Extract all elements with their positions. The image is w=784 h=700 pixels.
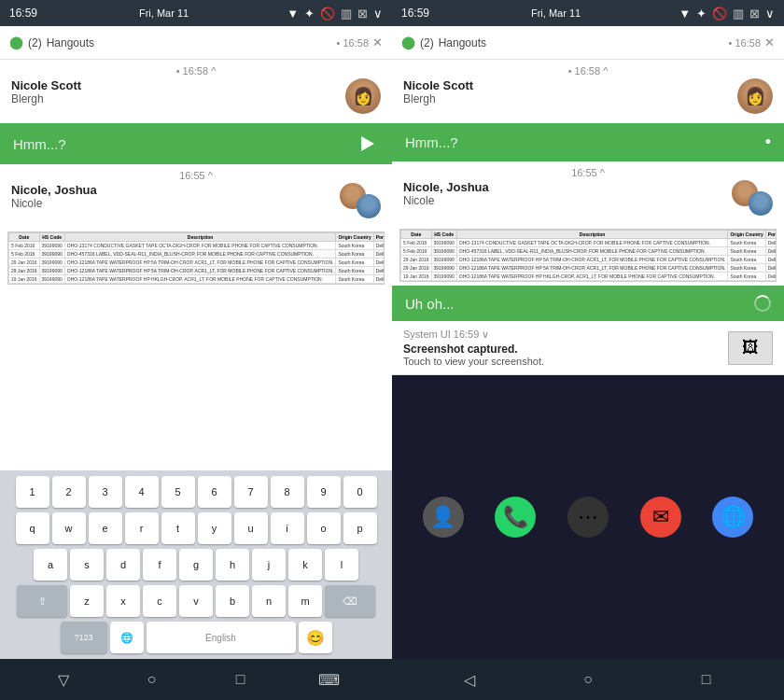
home-button[interactable]: ○ <box>138 665 166 693</box>
key-1[interactable]: 1 <box>16 476 49 508</box>
message-row-2[interactable]: Nicole, Joshua Nicole <box>11 183 381 218</box>
right-message-row-1[interactable]: Nicole Scott Blergh 👩 <box>403 78 773 114</box>
key-h[interactable]: h <box>216 549 249 581</box>
back-button[interactable]: ▽ <box>49 665 77 693</box>
key-q[interactable]: q <box>16 512 49 544</box>
key-8[interactable]: 8 <box>271 476 304 508</box>
right-message-group-2: 16:55 ^ Nicole, Joshua Nicole <box>392 161 784 225</box>
right-message-row-2[interactable]: Nicole, Joshua Nicole <box>403 180 773 216</box>
notif-close[interactable]: ✕ <box>372 35 383 49</box>
right-bubble-dot: • <box>765 133 771 152</box>
backspace-key[interactable]: ⌫ <box>325 585 375 617</box>
keyboard-button[interactable]: ⌨ <box>315 665 343 693</box>
symbols-key[interactable]: ?123 <box>61 622 107 653</box>
app-icon-gmail[interactable]: ✉ <box>640 497 681 538</box>
globe-key[interactable]: 🌐 <box>110 622 144 653</box>
hangouts-icon: ⬤ <box>9 35 23 49</box>
right-th-desc: Description <box>456 231 728 239</box>
right-wifi-icon: ▼ <box>679 7 691 21</box>
table-cell: Delhi Air Cargo <box>765 273 777 281</box>
table-cell: 39199090 <box>431 264 456 273</box>
key-2[interactable]: 2 <box>52 476 86 508</box>
key-x[interactable]: x <box>106 585 140 617</box>
kb-row-numbers: 1 2 3 4 5 6 7 8 9 0 <box>4 476 388 508</box>
key-e[interactable]: e <box>89 512 122 544</box>
key-4[interactable]: 4 <box>125 476 159 508</box>
right-home-button[interactable]: ○ <box>574 665 602 693</box>
key-7[interactable]: 7 <box>234 476 268 508</box>
key-r[interactable]: r <box>125 512 159 544</box>
key-z[interactable]: z <box>70 585 104 617</box>
table-cell: South Korea <box>336 242 373 250</box>
key-3[interactable]: 3 <box>89 476 122 508</box>
input-placeholder[interactable]: Hmm...? <box>13 136 66 152</box>
right-th-port: Port of Discharge <box>765 231 777 239</box>
key-k[interactable]: k <box>288 549 322 581</box>
key-m[interactable]: m <box>288 585 322 617</box>
right-notif-bar[interactable]: ⬤ (2) Hangouts • 16:58 ✕ <box>392 26 784 60</box>
key-d[interactable]: d <box>106 549 140 581</box>
key-5[interactable]: 5 <box>161 476 195 508</box>
key-l[interactable]: l <box>325 549 358 581</box>
send-button[interactable] <box>357 133 379 155</box>
expand-icon: ∨ <box>373 7 383 21</box>
message-row-1[interactable]: Nicole Scott Blergh 👩 <box>11 78 381 114</box>
key-0[interactable]: 0 <box>343 476 377 508</box>
app-icon-contacts[interactable]: 👤 <box>423 497 464 538</box>
key-j[interactable]: j <box>252 549 286 581</box>
screenshot-info: System UI 16:59 ∨ Screenshot captured. T… <box>403 329 719 367</box>
kb-row-zxcv: ⇧ z x c v b n m ⌫ <box>4 585 388 617</box>
table-cell: South Korea <box>336 267 373 275</box>
shift-key[interactable]: ⇧ <box>17 585 67 617</box>
app-icon-chrome[interactable]: 🌐 <box>712 497 753 538</box>
msg-sender-1: Nicole Scott <box>11 78 81 92</box>
key-9[interactable]: 9 <box>307 476 341 508</box>
right-back-button[interactable]: ◁ <box>455 665 483 693</box>
key-f[interactable]: f <box>143 549 176 581</box>
key-a[interactable]: a <box>34 549 67 581</box>
space-key[interactable]: English <box>147 622 296 653</box>
key-v[interactable]: v <box>179 585 213 617</box>
key-t[interactable]: t <box>161 512 195 544</box>
table-cell: 39199090 <box>431 256 456 264</box>
key-o[interactable]: o <box>307 512 341 544</box>
table-cell: Delhi Air Cargo <box>765 264 777 273</box>
right-signal-off-icon: 🚫 <box>712 7 727 21</box>
key-n[interactable]: n <box>252 585 286 617</box>
table-cell: Delhi Air Cargo <box>765 256 777 264</box>
key-s[interactable]: s <box>70 549 104 581</box>
key-c[interactable]: c <box>143 585 176 617</box>
key-y[interactable]: y <box>198 512 231 544</box>
loading-spinner-icon <box>754 295 771 312</box>
wifi-icon: ▼ <box>287 7 299 21</box>
message-group-1: • 16:58 ^ Nicole Scott Blergh 👩 <box>0 60 392 123</box>
key-w[interactable]: w <box>52 512 86 544</box>
key-6[interactable]: 6 <box>198 476 231 508</box>
key-b[interactable]: b <box>216 585 249 617</box>
right-notif-left: ⬤ (2) Hangouts <box>401 35 486 49</box>
table-cell: OHO-13174 CONDUCTIVE GASKET TAPE OCTA-DI… <box>64 242 336 250</box>
emoji-key[interactable]: 😊 <box>299 622 332 653</box>
right-th-origin: Origin Country <box>728 231 765 239</box>
uh-oh-bar: Uh oh... <box>392 286 784 321</box>
left-notif-bar[interactable]: ⬤ (2) Hangouts • 16:58 ✕ <box>0 26 392 60</box>
right-recents-button[interactable]: □ <box>693 665 721 693</box>
table-cell: OHO-457316 LABEL, VDD-SEAL-R11_INDIA_BLU… <box>64 250 336 259</box>
right-dual-avatar-2 <box>732 180 773 216</box>
key-i[interactable]: i <box>271 512 304 544</box>
right-hangouts-icon: ⬤ <box>401 35 415 49</box>
app-icon-whatsapp[interactable]: 📞 <box>495 497 536 538</box>
right-time: 16:59 <box>401 7 429 20</box>
right-input-bubble[interactable]: Hmm...? • <box>392 123 784 161</box>
key-u[interactable]: u <box>234 512 268 544</box>
app-icon-grid[interactable]: ⋯ <box>567 497 609 538</box>
key-p[interactable]: p <box>343 512 377 544</box>
table-row: 19 Jan 201639199090OHO-12186A TAPE WATER… <box>9 275 385 284</box>
left-input-bubble[interactable]: Hmm...? <box>0 123 392 164</box>
notif-app: Hangouts <box>47 36 94 49</box>
right-notif-close[interactable]: ✕ <box>764 35 775 49</box>
key-g[interactable]: g <box>179 549 213 581</box>
recents-button[interactable]: □ <box>227 665 255 693</box>
right-input-placeholder[interactable]: Hmm...? <box>405 134 458 150</box>
screenshot-notification[interactable]: System UI 16:59 ∨ Screenshot captured. T… <box>392 321 784 375</box>
